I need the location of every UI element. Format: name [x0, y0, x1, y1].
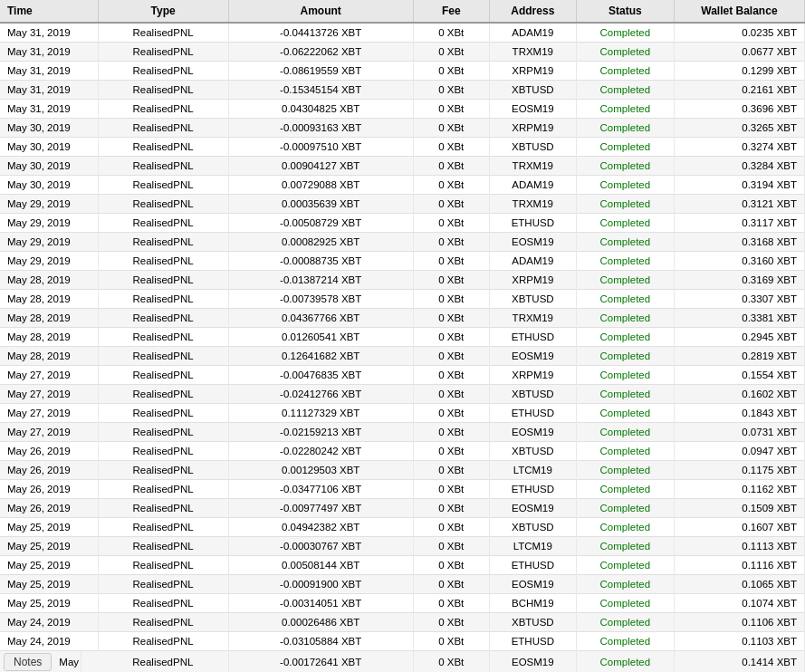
cell-time: May 27, 2019: [0, 423, 98, 442]
header-address: Address: [489, 0, 576, 23]
cell-balance: 0.1554 XBT: [674, 366, 804, 385]
cell-fee: 0 XBt: [413, 366, 489, 385]
cell-time: May 29, 2019: [0, 252, 98, 271]
table-row: May 30, 2019RealisedPNL0.00729088 XBT0 X…: [0, 176, 805, 195]
cell-balance: 0.1175 XBT: [674, 461, 804, 480]
table-row: May 30, 2019RealisedPNL0.00904127 XBT0 X…: [0, 157, 805, 176]
cell-status: Completed: [576, 461, 674, 480]
cell-type: RealisedPNL: [98, 309, 228, 328]
cell-amount: 0.00129503 XBT: [228, 461, 413, 480]
table-row: May 30, 2019RealisedPNL-0.00097510 XBT0 …: [0, 138, 805, 157]
cell-status: Completed: [576, 594, 674, 613]
cell-status: Completed: [576, 309, 674, 328]
cell-time: May 23, 2019: [59, 657, 81, 667]
cell-balance: 0.1602 XBT: [674, 385, 804, 404]
cell-fee: 0 XBt: [413, 309, 489, 328]
cell-address: TRXM19: [489, 309, 576, 328]
cell-status: Completed: [576, 252, 674, 271]
cell-fee: 0 XBt: [413, 62, 489, 81]
cell-fee: 0 XBt: [413, 385, 489, 404]
cell-status: Completed: [576, 347, 674, 366]
cell-address: TRXM19: [489, 157, 576, 176]
cell-status: Completed: [576, 575, 674, 594]
cell-status: Completed: [576, 651, 674, 673]
cell-address: EOSM19: [489, 100, 576, 119]
cell-time: May 30, 2019: [0, 176, 98, 195]
cell-type: RealisedPNL: [98, 271, 228, 290]
cell-type: RealisedPNL: [98, 385, 228, 404]
cell-amount: -0.00508729 XBT: [228, 214, 413, 233]
cell-amount: -0.00091900 XBT: [228, 575, 413, 594]
cell-amount: 0.00729088 XBT: [228, 176, 413, 195]
cell-time: May 27, 2019: [0, 404, 98, 423]
cell-type: RealisedPNL: [98, 594, 228, 613]
table-row: May 26, 2019RealisedPNL-0.03477106 XBT0 …: [0, 480, 805, 499]
cell-fee: 0 XBt: [413, 252, 489, 271]
table-row: May 28, 2019RealisedPNL-0.01387214 XBT0 …: [0, 271, 805, 290]
cell-fee: 0 XBt: [413, 233, 489, 252]
cell-type: RealisedPNL: [98, 43, 228, 62]
cell-fee: 0 XBt: [413, 537, 489, 556]
cell-balance: 0.1074 XBT: [674, 594, 804, 613]
cell-type: RealisedPNL: [98, 138, 228, 157]
cell-status: Completed: [576, 423, 674, 442]
table-row: May 26, 2019RealisedPNL-0.02280242 XBT0 …: [0, 442, 805, 461]
cell-amount: -0.02412766 XBT: [228, 385, 413, 404]
cell-address: XRPM19: [489, 119, 576, 138]
header-balance: Wallet Balance: [674, 0, 804, 23]
cell-balance: 0.1065 XBT: [674, 575, 804, 594]
cell-status: Completed: [576, 366, 674, 385]
cell-balance: 0.1509 XBT: [674, 499, 804, 518]
cell-fee: 0 XBt: [413, 594, 489, 613]
cell-status: Completed: [576, 480, 674, 499]
transactions-table: Time Type Amount Fee Address Status Wall…: [0, 0, 805, 672]
cell-address: BCHM19: [489, 594, 576, 613]
cell-type: RealisedPNL: [98, 518, 228, 537]
cell-status: Completed: [576, 138, 674, 157]
cell-address: EOSM19: [489, 499, 576, 518]
table-row: May 31, 2019RealisedPNL-0.06222062 XBT0 …: [0, 43, 805, 62]
cell-type: RealisedPNL: [98, 499, 228, 518]
cell-balance: 0.1113 XBT: [674, 537, 804, 556]
cell-type: RealisedPNL: [98, 195, 228, 214]
cell-amount: -0.00977497 XBT: [228, 499, 413, 518]
cell-time: May 28, 2019: [0, 328, 98, 347]
table-row: May 26, 2019RealisedPNL0.00129503 XBT0 X…: [0, 461, 805, 480]
cell-fee: 0 XBt: [413, 100, 489, 119]
table-row: May 26, 2019RealisedPNL-0.00977497 XBT0 …: [0, 499, 805, 518]
cell-status: Completed: [576, 119, 674, 138]
table-row: May 31, 2019RealisedPNL-0.08619559 XBT0 …: [0, 62, 805, 81]
cell-fee: 0 XBt: [413, 461, 489, 480]
cell-address: XRPM19: [489, 366, 576, 385]
cell-fee: 0 XBt: [413, 157, 489, 176]
cell-status: Completed: [576, 442, 674, 461]
cell-amount: 0.00035639 XBT: [228, 195, 413, 214]
cell-balance: 0.1116 XBT: [674, 556, 804, 575]
cell-address: ETHUSD: [489, 214, 576, 233]
cell-time: May 25, 2019: [0, 556, 98, 575]
cell-address: XBTUSD: [489, 290, 576, 309]
table-row: May 29, 2019RealisedPNL-0.00508729 XBT0 …: [0, 214, 805, 233]
cell-time: May 31, 2019: [0, 43, 98, 62]
notes-button[interactable]: Notes: [4, 653, 52, 671]
cell-type: RealisedPNL: [98, 81, 228, 100]
cell-amount: -0.03477106 XBT: [228, 480, 413, 499]
cell-address: ETHUSD: [489, 404, 576, 423]
cell-balance: 0.1103 XBT: [674, 632, 804, 651]
cell-type: RealisedPNL: [98, 537, 228, 556]
table-header-row: Time Type Amount Fee Address Status Wall…: [0, 0, 805, 23]
table-row: May 29, 2019RealisedPNL0.00082925 XBT0 X…: [0, 233, 805, 252]
header-type: Type: [98, 0, 228, 23]
cell-status: Completed: [576, 62, 674, 81]
table-row: NotesMay 23, 2019RealisedPNL-0.00172641 …: [0, 651, 805, 673]
cell-time: May 28, 2019: [0, 347, 98, 366]
cell-fee: 0 XBt: [413, 328, 489, 347]
cell-address: ADAM19: [489, 23, 576, 43]
cell-amount: 0.11127329 XBT: [228, 404, 413, 423]
cell-status: Completed: [576, 556, 674, 575]
cell-amount: 0.04304825 XBT: [228, 100, 413, 119]
cell-status: Completed: [576, 632, 674, 651]
cell-status: Completed: [576, 404, 674, 423]
cell-type: RealisedPNL: [98, 233, 228, 252]
cell-fee: 0 XBt: [413, 575, 489, 594]
